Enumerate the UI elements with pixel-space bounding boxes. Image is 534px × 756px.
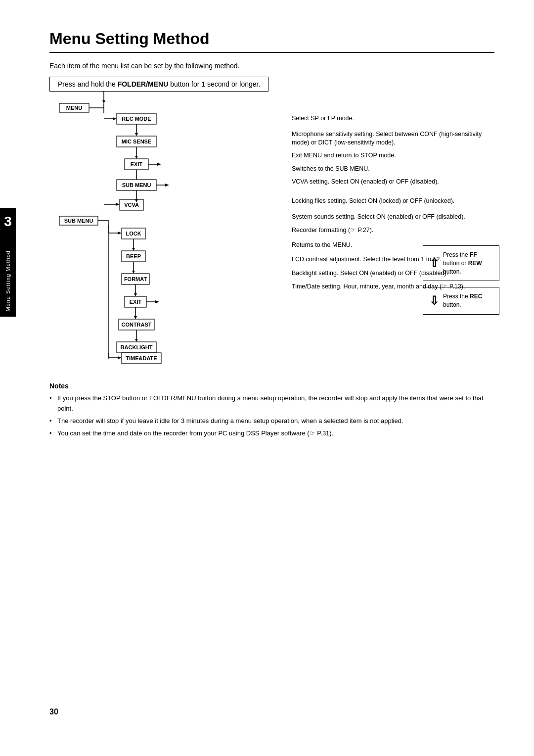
svg-marker-58 xyxy=(135,339,138,342)
desc-lock: Locking files setting. Select ON (locked… xyxy=(292,197,494,206)
ff-rew-box: ⇧ Press the FF button or REW button. xyxy=(423,245,499,281)
svg-text:VCVA: VCVA xyxy=(124,202,139,208)
desc-submenu: Switches to the SUB MENU. xyxy=(292,165,494,174)
svg-text:EXIT: EXIT xyxy=(130,299,142,305)
svg-marker-28 xyxy=(116,203,120,206)
svg-marker-40 xyxy=(132,248,135,251)
side-tab: 3 Menu Setting Method xyxy=(0,208,16,317)
page: 3 Menu Setting Method Menu Setting Metho… xyxy=(0,0,534,756)
svg-text:BACKLIGHT: BACKLIGHT xyxy=(121,344,153,350)
action-boxes: ⇧ Press the FF button or REW button. ⇩ P… xyxy=(423,245,499,321)
svg-text:BEEP: BEEP xyxy=(126,253,141,259)
side-tab-label: Menu Setting Method xyxy=(5,250,11,312)
desc-vcva: VCVA setting. Select ON (enabled) or OFF… xyxy=(292,178,494,187)
menu-tree-diagram: MENU REC MODE MIC SENSE EXIT xyxy=(49,92,287,369)
top-instruction-box: Press and hold the FOLDER/MENU button fo… xyxy=(49,77,268,92)
svg-text:MENU: MENU xyxy=(66,105,82,111)
svg-marker-48 xyxy=(134,293,137,296)
svg-marker-44 xyxy=(132,271,135,274)
notes-section: Notes If you press the STOP button or FO… xyxy=(49,380,494,439)
page-number: 30 xyxy=(49,708,58,716)
desc-exit1: Exit MENU and return to STOP mode. xyxy=(292,151,494,160)
desc-rec-mode: Select SP or LP mode. xyxy=(292,114,494,123)
arrow-up-icon: ⇧ xyxy=(429,257,439,269)
svg-marker-52 xyxy=(155,300,159,303)
svg-marker-24 xyxy=(165,184,169,187)
svg-marker-7 xyxy=(113,117,117,120)
svg-text:MIC SENSE: MIC SENSE xyxy=(122,139,152,144)
desc-contrast-row: LCD contrast adjustment. Select the leve… xyxy=(292,255,494,264)
note-item-3: You can set the time and date on the rec… xyxy=(49,428,494,439)
svg-marker-54 xyxy=(134,316,137,319)
svg-marker-1 xyxy=(102,100,105,103)
note-item-1: If you press the STOP button or FOLDER/M… xyxy=(49,393,494,414)
svg-marker-19 xyxy=(157,163,161,166)
ff-rew-text: Press the FF button or REW button. xyxy=(443,251,493,276)
intro-text: Each item of the menu list can be set by… xyxy=(49,62,494,70)
svg-marker-15 xyxy=(135,156,138,159)
svg-text:LOCK: LOCK xyxy=(126,231,141,236)
descriptions-panel: Select SP or LP mode. Microphone sensiti… xyxy=(287,92,494,294)
svg-text:CONTRAST: CONTRAST xyxy=(121,322,151,328)
desc-format: Recorder formatting (☞ P.27). xyxy=(292,226,494,235)
page-title: Menu Setting Method xyxy=(49,30,494,48)
svg-marker-11 xyxy=(135,133,138,136)
svg-text:TIME&DATE: TIME&DATE xyxy=(126,355,157,361)
svg-marker-63 xyxy=(118,356,122,359)
svg-text:SUB MENU: SUB MENU xyxy=(122,182,151,188)
svg-text:EXIT: EXIT xyxy=(131,161,143,167)
svg-marker-36 xyxy=(118,232,122,235)
svg-text:REC MODE: REC MODE xyxy=(122,116,151,122)
title-divider xyxy=(49,52,494,53)
rec-text: Press the REC button. xyxy=(443,292,493,309)
notes-title: Notes xyxy=(49,380,494,391)
note-item-2: The recorder will stop if you leave it i… xyxy=(49,416,494,426)
rec-box: ⇩ Press the REC button. xyxy=(423,287,499,315)
svg-text:SUB MENU: SUB MENU xyxy=(64,218,93,224)
svg-text:FORMAT: FORMAT xyxy=(124,276,147,282)
diagram-area: MENU REC MODE MIC SENSE EXIT xyxy=(49,92,494,369)
side-tab-number: 3 xyxy=(4,214,12,230)
desc-mic-sense: Microphone sensitivity setting. Select b… xyxy=(292,130,494,147)
arrow-down-icon: ⇩ xyxy=(429,295,439,307)
desc-beep: System sounds setting. Select ON (enable… xyxy=(292,213,494,222)
